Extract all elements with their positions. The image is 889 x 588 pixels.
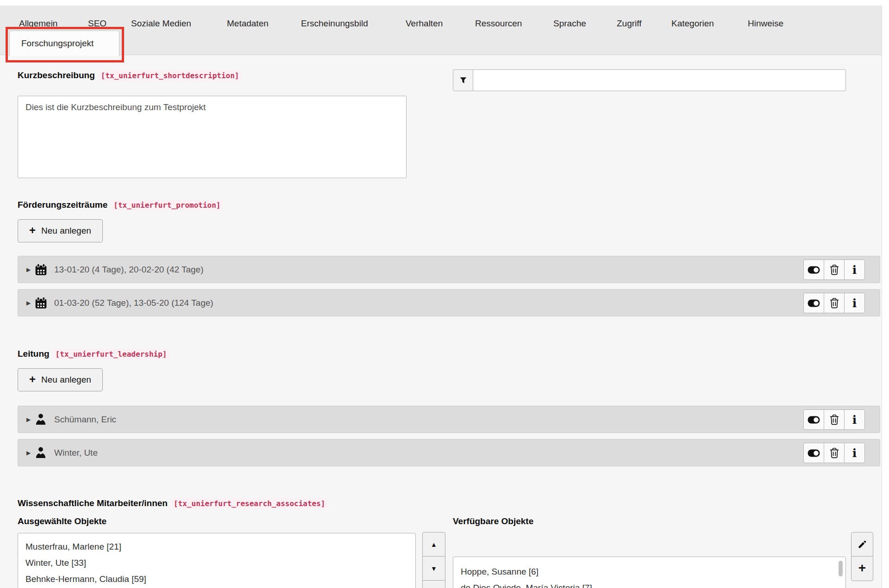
tab-erscheinungsbild[interactable]: Erscheinungsbild <box>301 18 368 29</box>
tab-forschungsprojekt[interactable]: Forschungsprojekt <box>9 31 119 56</box>
info-icon: i <box>852 414 857 426</box>
field-key: [tx_unierfurt_shortdescription] <box>99 70 242 81</box>
edit-add-button-group: + <box>851 532 873 581</box>
tab-seo[interactable]: SEO <box>88 18 106 29</box>
caret-right-icon: ▶ <box>26 450 31 456</box>
delete-button[interactable] <box>824 260 845 280</box>
info-icon: i <box>852 447 857 459</box>
typo3-edit-form: Allgemein SEO Soziale Medien Metadaten E… <box>0 0 889 588</box>
arrow-up-icon: ▲ <box>431 541 437 548</box>
delete-button[interactable] <box>824 443 845 463</box>
tab-verhalten[interactable]: Verhalten <box>406 18 443 29</box>
leadership-record-row[interactable]: ▶ Winter, Ute i <box>18 439 880 466</box>
field-label-text: Kurzbeschreibung <box>18 70 95 80</box>
field-label-text: Wissenschaftliche Mitarbeiter/innen <box>18 498 168 508</box>
plus-icon: + <box>29 225 36 236</box>
toggle-enabled-button[interactable] <box>803 293 824 313</box>
new-button-label: Neu anlegen <box>41 226 91 236</box>
leadership-label: Leitung[tx_unierfurt_leadership] <box>18 349 169 359</box>
selected-option[interactable]: Behnke-Hermann, Claudia [59] <box>18 571 415 587</box>
info-button[interactable]: i <box>844 260 865 280</box>
new-button-label: Neu anlegen <box>41 375 91 385</box>
tab-bar: Allgemein SEO Soziale Medien Metadaten E… <box>0 6 882 55</box>
record-actions: i <box>803 443 865 463</box>
toggle-enabled-button[interactable] <box>803 443 824 463</box>
partially-visible-action-button[interactable] <box>422 580 445 588</box>
short-description-label: Kurzbeschreibung[tx_unierfurt_shortdescr… <box>18 70 241 80</box>
record-title: 13-01-20 (4 Tage), 20-02-20 (42 Tage) <box>54 265 204 275</box>
info-icon: i <box>852 264 857 276</box>
tab-kategorien[interactable]: Kategorien <box>671 18 714 29</box>
info-button[interactable]: i <box>844 409 865 430</box>
toggle-enabled-button[interactable] <box>803 409 824 430</box>
available-option[interactable]: de Dios Oviedo, María Victoria [7] <box>453 580 845 588</box>
selected-objects-heading: Ausgewählte Objekte <box>18 516 106 526</box>
calendar-icon <box>35 297 47 309</box>
available-objects-heading: Verfügbare Objekte <box>453 516 533 526</box>
selected-option[interactable]: Winter, Ute [33] <box>18 555 415 571</box>
info-button[interactable]: i <box>844 443 865 463</box>
form-panel: Kurzbeschreibung[tx_unierfurt_shortdescr… <box>0 55 882 588</box>
leadership-record-row[interactable]: ▶ Schümann, Eric i <box>18 406 880 433</box>
reorder-button-group: ▲ ▼ <box>422 532 445 588</box>
caret-right-icon: ▶ <box>26 416 31 423</box>
selected-objects-listbox[interactable]: Musterfrau, Marlene [21] Winter, Ute [33… <box>18 533 416 588</box>
record-title: Winter, Ute <box>54 448 98 458</box>
scrollbar-thumb[interactable] <box>839 561 843 576</box>
pencil-icon <box>858 539 867 549</box>
businessman-icon <box>35 413 47 426</box>
record-title: 01-03-20 (52 Tage), 13-05-20 (124 Tage) <box>54 298 213 308</box>
tab-hinweise[interactable]: Hinweise <box>748 18 783 29</box>
record-title: Schümann, Eric <box>54 415 116 425</box>
promotion-new-button[interactable]: + Neu anlegen <box>18 219 103 242</box>
selected-option[interactable]: Musterfrau, Marlene [21] <box>18 538 415 555</box>
research-associates-label: Wissenschaftliche Mitarbeiter/innen[tx_u… <box>18 498 327 508</box>
move-down-button[interactable]: ▼ <box>422 556 445 581</box>
available-objects-filter-input[interactable] <box>473 69 846 91</box>
calendar-icon <box>35 263 47 276</box>
field-label-text: Leitung <box>18 349 50 359</box>
leadership-new-button[interactable]: + Neu anlegen <box>18 368 103 391</box>
plus-icon: + <box>29 374 36 385</box>
caret-right-icon: ▶ <box>26 300 31 306</box>
short-description-textarea[interactable]: Dies ist die Kurzbeschreibung zum Testpr… <box>18 96 407 178</box>
businessman-icon <box>35 446 47 459</box>
record-actions: i <box>803 293 865 313</box>
available-objects-listbox[interactable]: Hoppe, Susanne [6] de Dios Oviedo, María… <box>453 557 846 588</box>
tab-ressourcen[interactable]: Ressourcen <box>475 18 522 29</box>
field-key: [tx_unierfurt_research_associates] <box>171 498 328 509</box>
caret-right-icon: ▶ <box>26 266 31 273</box>
filter-dropdown-button[interactable] <box>453 69 473 91</box>
available-option[interactable]: Hoppe, Susanne [6] <box>453 563 845 580</box>
tab-soziale-medien[interactable]: Soziale Medien <box>131 18 191 29</box>
promotion-label: Förderungszeiträume[tx_unierfurt_promoti… <box>18 200 223 210</box>
record-actions: i <box>803 260 865 280</box>
tab-zugriff[interactable]: Zugriff <box>617 18 642 29</box>
filter-funnel-icon <box>459 76 467 84</box>
edit-button[interactable] <box>851 532 873 557</box>
arrow-down-icon: ▼ <box>431 565 437 572</box>
delete-button[interactable] <box>824 293 845 313</box>
add-button[interactable]: + <box>851 556 873 581</box>
move-up-button[interactable]: ▲ <box>422 532 445 557</box>
info-icon: i <box>852 297 857 309</box>
active-tab-label: Forschungsprojekt <box>21 38 94 49</box>
info-button[interactable]: i <box>844 293 865 313</box>
tab-allgemein[interactable]: Allgemein <box>19 18 57 29</box>
record-actions: i <box>803 409 865 430</box>
promotion-record-row[interactable]: ▶ 01-03-20 (52 Tage), 13-05-20 (124 Tage… <box>18 289 880 316</box>
field-key: [tx_unierfurt_leadership] <box>53 349 169 359</box>
delete-button[interactable] <box>824 409 845 430</box>
tab-metadaten[interactable]: Metadaten <box>227 18 269 29</box>
plus-icon: + <box>858 562 866 575</box>
toggle-enabled-button[interactable] <box>803 260 824 280</box>
field-key: [tx_unierfurt_promotion] <box>111 200 223 210</box>
promotion-record-row[interactable]: ▶ 13-01-20 (4 Tage), 20-02-20 (42 Tage) … <box>18 256 880 283</box>
tab-sprache[interactable]: Sprache <box>553 18 586 29</box>
field-label-text: Förderungszeiträume <box>18 200 107 210</box>
